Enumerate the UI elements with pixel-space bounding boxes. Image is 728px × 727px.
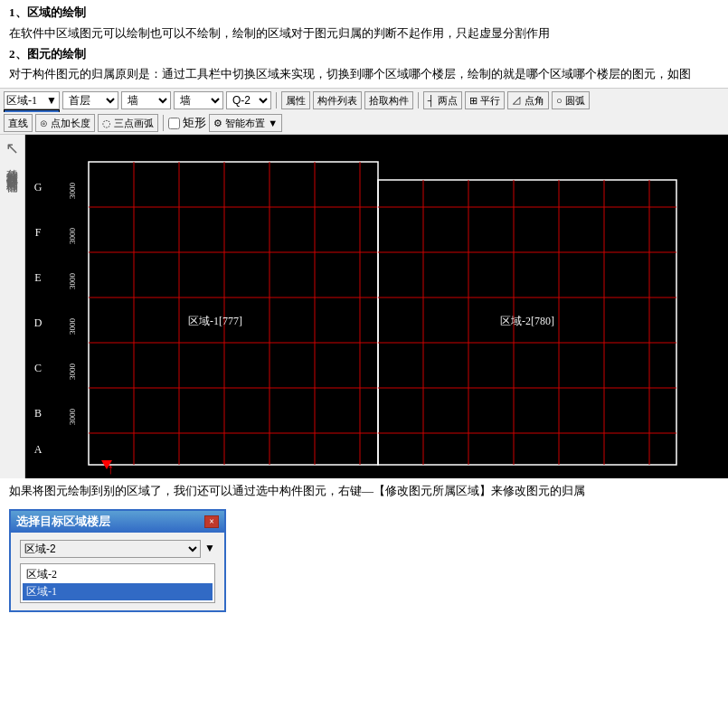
dialog-overlay: 选择目标区域楼层 × 区域-2 区域-1 ▼ 区域-2 区域-1 [9, 509, 719, 612]
btn-point-length[interactable]: ⊙ 点加长度 [35, 114, 95, 132]
y-val-2: 3000 [68, 228, 77, 245]
checkbox-rect-label: 矩形 [183, 115, 206, 131]
btn-arc[interactable]: ○ 圆弧 [552, 91, 590, 109]
row-e-label: E [34, 271, 41, 284]
row-d-label: D [34, 316, 43, 329]
bottom-text-section: 如果将图元绘制到别的区域了，我们还可以通过选中构件图元，右键—【修改图元所属区域… [0, 478, 728, 504]
btn-parallel[interactable]: ⊞ 平行 [465, 91, 505, 109]
section2-body: 对于构件图元的归属原则是：通过工具栏中切换区域来实现，切换到哪个区域哪个楼层，绘… [9, 65, 719, 84]
sep3 [163, 115, 164, 131]
tool-cursor[interactable]: ↖ [5, 138, 19, 158]
zone-dropdown-arrow: ▼ [46, 94, 57, 108]
sep1 [276, 92, 277, 109]
btn-point-angle[interactable]: ⊿ 点角 [507, 91, 549, 109]
floor-dropdown[interactable]: 首层 [62, 91, 118, 109]
canvas-wrapper: G F E D C B A 3000 3000 3000 3000 3000 3… [25, 135, 728, 478]
main-area: ↖ 延伸 修剪 打断 合并 复制 对齐 偏楠 G F E D C B A [0, 135, 728, 478]
svg-rect-0 [25, 135, 728, 478]
y-val-5: 3000 [68, 364, 77, 381]
y-val-6: 3000 [68, 409, 77, 426]
row-c-label: C [34, 362, 42, 374]
x-val-2: 3000 [147, 477, 165, 478]
x-val-5: 3000 [283, 477, 301, 478]
row-b-label: B [34, 407, 42, 420]
y-val-3: 3000 [68, 273, 77, 290]
dialog-dropdown-arrow: ▼ [204, 542, 215, 555]
section1-title: 1、区域的绘制 [9, 4, 719, 23]
x-val-12: 3000 [618, 477, 636, 478]
dialog-zone-row: 区域-2 区域-1 ▼ [20, 540, 215, 558]
x-val-10: 3000 [527, 477, 545, 478]
dialog-title: 选择目标区域楼层 [16, 514, 110, 530]
x-val-11: 3000 [572, 477, 591, 478]
x-val-8: 3000 [437, 477, 455, 478]
dialog-titlebar: 选择目标区域楼层 × [11, 511, 224, 533]
dialog-close-icon: × [209, 516, 214, 526]
btn-two-points[interactable]: ┤ 两点 [423, 91, 462, 109]
checkbox-rect[interactable] [168, 118, 180, 129]
code-dropdown[interactable]: Q-2 [226, 91, 271, 109]
btn-smart-layout[interactable]: ⚙ 智能布置 ▼ [209, 114, 282, 132]
btn-component-list[interactable]: 构件列表 [313, 91, 362, 109]
sep2 [418, 92, 419, 109]
btn-pick-component[interactable]: 拾取构件 [364, 91, 413, 109]
y-val-1: 3000 [68, 183, 77, 200]
dialog-list-item-zone1[interactable]: 区域-1 [23, 583, 213, 600]
toolbar-area: 区域-1 ▼ 区域-1 区域-2 首层 墙 墙 Q-2 [0, 88, 728, 135]
left-toolbar: ↖ 延伸 修剪 打断 合并 复制 对齐 偏楠 [0, 135, 25, 478]
bottom-text-content: 如果将图元绘制到别的区域了，我们还可以通过选中构件图元，右键—【修改图元所属区域… [9, 482, 719, 500]
row-f-label: F [35, 226, 42, 239]
btn-three-point-arc[interactable]: ◌ 三点画弧 [98, 114, 158, 132]
zone-option-1[interactable]: 区域-1 [5, 110, 59, 112]
row-g-label: G [34, 181, 43, 194]
btn-property[interactable]: 属性 [281, 91, 310, 109]
wall-dropdown-1[interactable]: 墙 [121, 91, 171, 109]
canvas-svg: G F E D C B A 3000 3000 3000 3000 3000 3… [25, 135, 728, 478]
x-val-3: 3000 [193, 477, 211, 478]
wall-dropdown-2[interactable]: 墙 [174, 91, 223, 109]
x-val-9: 3000 [482, 477, 500, 478]
dialog-body: 区域-2 区域-1 ▼ 区域-2 区域-1 [11, 533, 224, 610]
text-section-top: 1、区域的绘制 在软件中区域图元可以绘制也可以不绘制，绘制的区域对于图元归属的判… [0, 0, 728, 88]
y-val-4: 3000 [68, 318, 77, 335]
zone1-label: 区域-1[777] [188, 315, 242, 327]
x-val-4: 3000 [238, 477, 256, 478]
x-val-1: 3000 [102, 477, 120, 478]
zone-dropdown-value: 区域-1 [6, 93, 46, 109]
row-a-label: A [34, 443, 43, 456]
x-val-6: 3000 [328, 477, 346, 478]
zone-dropdown-wrapper[interactable]: 区域-1 ▼ 区域-1 区域-2 [4, 91, 60, 109]
dialog-close-button[interactable]: × [204, 515, 219, 528]
btn-line[interactable]: 直线 [4, 114, 33, 132]
toolbar-row1: 区域-1 ▼ 区域-1 区域-2 首层 墙 墙 Q-2 [0, 89, 728, 112]
dialog-zone-select[interactable]: 区域-2 区域-1 [20, 540, 201, 558]
zone-dropdown-list[interactable]: 区域-1 区域-2 [4, 109, 60, 112]
x-val-13: 3000 [663, 477, 681, 478]
section1-body: 在软件中区域图元可以绘制也可以不绘制，绘制的区域对于图元归属的判断不起作用，只起… [9, 24, 719, 43]
page-container: 1、区域的绘制 在软件中区域图元可以绘制也可以不绘制，绘制的区域对于图元归属的判… [0, 0, 728, 727]
dialog-list-item-zone2[interactable]: 区域-2 [23, 566, 213, 583]
section2-title: 2、图元的绘制 [9, 45, 719, 64]
zone2-label: 区域-2[780] [500, 315, 554, 327]
dialog-listbox[interactable]: 区域-2 区域-1 [20, 563, 215, 603]
toolbar-row2: 直线 ⊙ 点加长度 ◌ 三点画弧 矩形 ⚙ 智能布置 ▼ [0, 112, 728, 134]
x-val-7: 3000 [392, 477, 410, 478]
dialog-box: 选择目标区域楼层 × 区域-2 区域-1 ▼ 区域-2 区域-1 [9, 509, 226, 612]
